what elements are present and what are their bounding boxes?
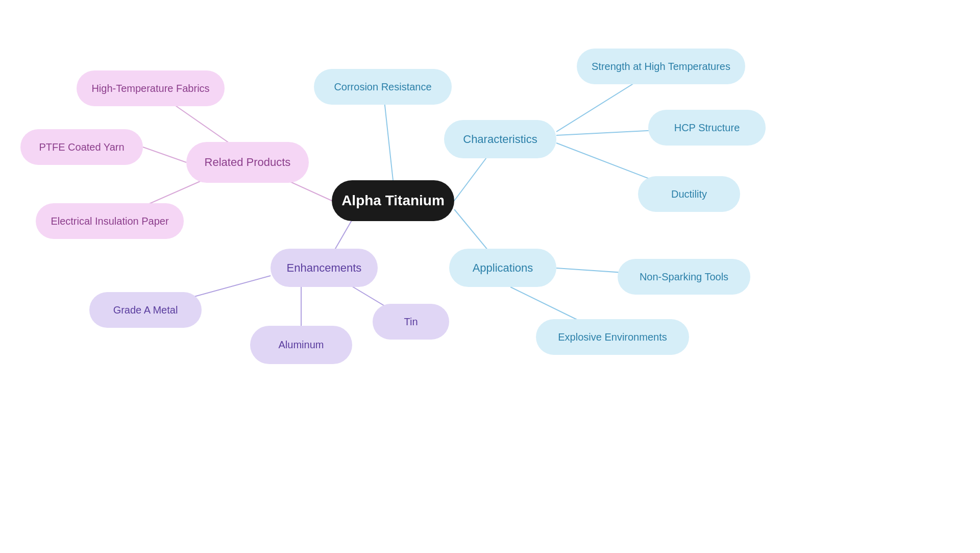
characteristics-node[interactable]: Characteristics <box>444 120 556 158</box>
related-label: Related Products <box>205 156 291 169</box>
svg-line-10 <box>143 147 186 162</box>
tin-label: Tin <box>404 316 418 328</box>
nonsparking-label: Non-Sparking Tools <box>640 271 728 283</box>
grade-label: Grade A Metal <box>113 304 178 316</box>
eip-label: Electrical Insulation Paper <box>51 215 168 227</box>
hcp-node[interactable]: HCP Structure <box>648 110 766 146</box>
ductility-node[interactable]: Ductility <box>638 176 740 212</box>
ptfe-label: PTFE Coated Yarn <box>39 141 124 153</box>
aluminum-label: Aluminum <box>279 339 324 351</box>
enhancements-node[interactable]: Enhancements <box>271 249 378 287</box>
applications-label: Applications <box>473 261 533 275</box>
aluminum-node[interactable]: Aluminum <box>250 326 352 364</box>
enhancements-label: Enhancements <box>287 261 362 275</box>
related-node[interactable]: Related Products <box>186 142 309 183</box>
center-node[interactable]: Alpha Titanium <box>332 180 454 221</box>
applications-node[interactable]: Applications <box>449 249 556 287</box>
htfabrics-label: High-Temperature Fabrics <box>91 83 209 94</box>
tin-node[interactable]: Tin <box>373 304 449 340</box>
eip-node[interactable]: Electrical Insulation Paper <box>36 203 184 239</box>
ductility-label: Ductility <box>671 188 707 200</box>
hcp-label: HCP Structure <box>674 122 740 134</box>
strength-label: Strength at High Temperatures <box>592 61 730 73</box>
ptfe-node[interactable]: PTFE Coated Yarn <box>20 129 143 165</box>
corrosion-node[interactable]: Corrosion Resistance <box>314 69 452 105</box>
explosive-label: Explosive Environments <box>558 331 667 343</box>
characteristics-label: Characteristics <box>463 133 537 146</box>
nonsparking-node[interactable]: Non-Sparking Tools <box>618 259 750 295</box>
center-label: Alpha Titanium <box>341 193 445 209</box>
htfabrics-node[interactable]: High-Temperature Fabrics <box>77 70 225 106</box>
explosive-node[interactable]: Explosive Environments <box>536 319 689 355</box>
corrosion-label: Corrosion Resistance <box>334 81 431 93</box>
grade-node[interactable]: Grade A Metal <box>89 292 202 328</box>
strength-node[interactable]: Strength at High Temperatures <box>577 49 745 84</box>
